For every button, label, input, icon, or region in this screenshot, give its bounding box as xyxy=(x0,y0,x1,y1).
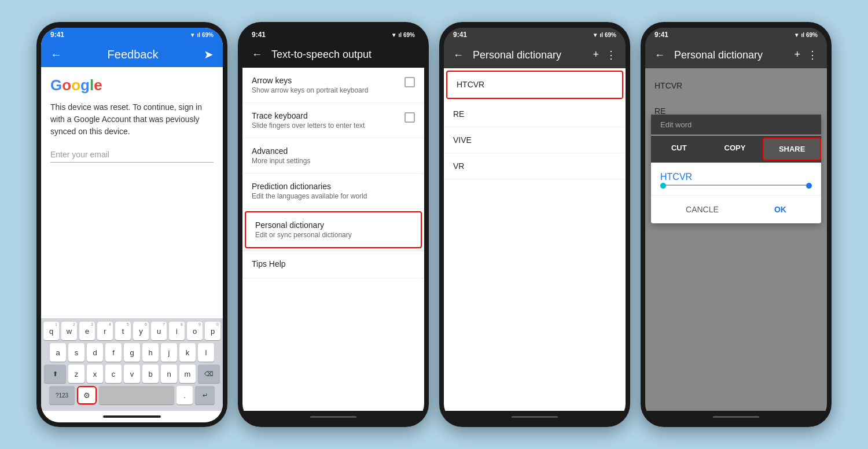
send-button[interactable]: ➤ xyxy=(204,47,214,61)
dict-content: HTCVR RE VIVE VR xyxy=(444,68,626,411)
popup-actions: CUT COPY SHARE xyxy=(651,135,821,163)
arrow-keys-title: Arrow keys xyxy=(252,76,368,85)
key-m[interactable]: m xyxy=(179,365,196,383)
key-f[interactable]: f xyxy=(105,343,122,362)
key-v[interactable]: v xyxy=(124,365,140,383)
key-z[interactable]: z xyxy=(68,365,84,383)
logo-g: G xyxy=(50,76,62,94)
key-h[interactable]: h xyxy=(142,343,159,362)
dict-word-re[interactable]: RE xyxy=(444,101,626,127)
advanced-title: Advanced xyxy=(252,146,415,156)
home-bar-4 xyxy=(713,416,759,418)
key-q[interactable]: 1q xyxy=(43,322,59,340)
phone-3: 9:41 ▼ ıl 69% ← Personal dictionary + ⋮ xyxy=(439,22,630,427)
settings-item-trace[interactable]: Trace keyboard Slide fingers over letter… xyxy=(242,103,424,138)
key-a[interactable]: a xyxy=(50,343,66,362)
status-bar-1: 9:41 ▼ ıl 69% xyxy=(41,28,223,42)
more-options-button-4[interactable]: ⋮ xyxy=(807,49,818,61)
key-i[interactable]: 8i xyxy=(169,322,185,340)
popup-word-text: HTCVR xyxy=(660,172,812,186)
cancel-button[interactable]: CANCLE xyxy=(679,203,726,216)
email-input-container[interactable]: Enter your email xyxy=(50,149,214,163)
keyboard-row-2: a s d f g h j k l xyxy=(43,343,220,362)
key-e[interactable]: 3e xyxy=(79,322,95,340)
key-settings[interactable]: ⚙ xyxy=(77,386,97,404)
key-u[interactable]: 7u xyxy=(151,322,167,340)
prediction-desc: Edit the languages available for world xyxy=(252,192,415,200)
key-enter[interactable]: ↵ xyxy=(195,386,215,404)
more-options-button[interactable]: ⋮ xyxy=(606,49,616,61)
trace-title: Trace keyboard xyxy=(252,111,365,120)
key-c[interactable]: c xyxy=(105,365,122,383)
add-word-button[interactable]: + xyxy=(593,49,599,61)
edit-header: ← Personal dictionary + ⋮ xyxy=(645,42,827,68)
logo-e: e xyxy=(94,76,102,94)
signal-icon-1: ▼ ıl xyxy=(190,32,200,38)
signal-icon-3: ▼ ıl xyxy=(593,32,603,38)
key-g[interactable]: g xyxy=(124,343,140,362)
google-logo: G o o g l e xyxy=(50,76,214,94)
keyboard[interactable]: 1q 2w 3e 4r 5t 6y 7u 8i 9o 0p a s d f xyxy=(41,318,223,411)
key-s[interactable]: s xyxy=(68,343,84,362)
dict-word-vr[interactable]: VR xyxy=(444,153,626,179)
key-y[interactable]: 6y xyxy=(133,322,149,340)
settings-item-prediction[interactable]: Prediction dictionaries Edit the languag… xyxy=(242,174,424,209)
phone-2: 9:41 ▼ ıl 69% ← Text-to-speech output Ar… xyxy=(238,22,429,427)
back-button-1[interactable]: ← xyxy=(50,48,62,61)
key-backspace[interactable]: ⌫ xyxy=(198,365,220,383)
feedback-header: ← Feedback ➤ xyxy=(41,42,223,67)
settings-item-advanced[interactable]: Advanced More input settings xyxy=(242,138,424,174)
logo-o2: o xyxy=(71,76,80,94)
popup-word-input[interactable]: HTCVR xyxy=(651,163,821,195)
key-d[interactable]: d xyxy=(87,343,103,362)
key-n[interactable]: n xyxy=(161,365,177,383)
key-l[interactable]: l xyxy=(198,343,214,362)
key-p[interactable]: 0p xyxy=(205,322,220,340)
signal-icon-2: ▼ ıl xyxy=(391,32,402,38)
key-space[interactable] xyxy=(99,386,174,404)
arrow-keys-checkbox[interactable] xyxy=(404,77,415,87)
cut-button[interactable]: CUT xyxy=(651,138,707,160)
back-button-4[interactable]: ← xyxy=(654,49,665,61)
key-k[interactable]: k xyxy=(179,343,196,362)
status-time-2: 9:41 xyxy=(252,31,266,39)
key-x[interactable]: x xyxy=(87,365,103,383)
key-o[interactable]: 9o xyxy=(187,322,203,340)
key-j[interactable]: j xyxy=(161,343,177,362)
keyboard-row-4: ?123 ⚙ . ↵ xyxy=(43,386,220,404)
key-b[interactable]: b xyxy=(142,365,159,383)
dict-item-htcvr-highlighted[interactable]: HTCVR xyxy=(446,71,623,99)
settings-item-personal-dict[interactable]: Personal dictionary Edit or sync persona… xyxy=(245,211,422,248)
ok-button[interactable]: OK xyxy=(767,203,793,216)
key-t[interactable]: 5t xyxy=(115,322,131,340)
key-period[interactable]: . xyxy=(176,386,193,404)
bottom-indicator-3 xyxy=(444,411,626,422)
dict-word-vive[interactable]: VIVE xyxy=(444,127,626,153)
trace-checkbox[interactable] xyxy=(404,112,415,123)
home-bar-2 xyxy=(310,416,356,418)
dict-action-icons: + ⋮ xyxy=(593,49,616,61)
key-shift[interactable]: ⬆ xyxy=(44,365,66,383)
cursor-right xyxy=(806,183,812,189)
edit-title: Personal dictionary xyxy=(674,49,785,61)
edit-word-popup: Edit word CUT COPY SHARE xyxy=(651,115,821,223)
dict-header: ← Personal dictionary + ⋮ xyxy=(444,42,626,68)
status-icons-4: ▼ ıl 69% xyxy=(794,32,818,38)
phone-4: 9:41 ▼ ıl 69% ← Personal dictionary + ⋮ xyxy=(641,22,832,427)
status-icons-3: ▼ ıl 69% xyxy=(593,32,616,38)
feedback-title: Feedback xyxy=(108,48,159,61)
settings-item-tips[interactable]: Tips Help xyxy=(242,251,424,278)
copy-button[interactable]: COPY xyxy=(707,138,763,160)
tips-title: Tips Help xyxy=(252,259,415,268)
arrow-keys-desc: Show arrow keys on portrait keyboard xyxy=(252,86,368,94)
key-numeric[interactable]: ?123 xyxy=(49,386,75,404)
share-button[interactable]: SHARE xyxy=(763,138,821,160)
settings-item-arrow-keys[interactable]: Arrow keys Show arrow keys on portrait k… xyxy=(242,68,424,103)
back-button-2[interactable]: ← xyxy=(252,49,262,61)
back-button-3[interactable]: ← xyxy=(453,49,464,61)
add-word-button-4[interactable]: + xyxy=(794,49,800,61)
key-r[interactable]: 4r xyxy=(97,322,113,340)
key-w[interactable]: 2w xyxy=(61,322,77,340)
dict-word-htcvr[interactable]: HTCVR xyxy=(447,72,622,98)
battery-icon-3: 69% xyxy=(605,32,616,38)
